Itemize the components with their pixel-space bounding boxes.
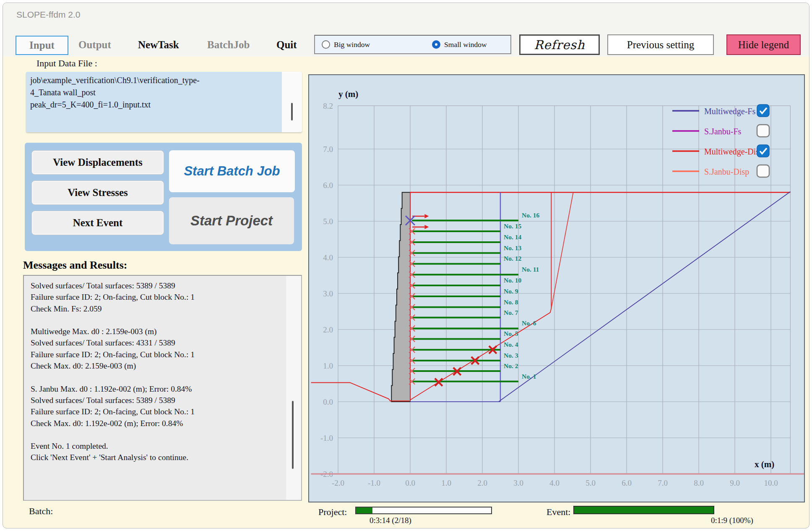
svg-text:0.0: 0.0 (323, 398, 333, 406)
radio-small-window-label: Small window (444, 40, 487, 49)
svg-text:4.0: 4.0 (323, 253, 333, 262)
svg-text:Multiwedge-Fs: Multiwedge-Fs (704, 107, 755, 116)
svg-text:0.0: 0.0 (405, 479, 415, 487)
previous-setting-button[interactable]: Previous setting (607, 34, 714, 55)
refresh-button[interactable]: Refresh (519, 34, 600, 55)
svg-text:8.2: 8.2 (323, 102, 333, 110)
radio-unselected-icon[interactable] (322, 40, 330, 49)
radio-small-window[interactable]: Small window (432, 40, 487, 49)
svg-text:10.0: 10.0 (764, 479, 778, 487)
svg-text:6.0: 6.0 (323, 181, 333, 190)
project-progress-text: 0:3:14 (2/18) (370, 516, 411, 525)
svg-text:7.0: 7.0 (323, 145, 333, 154)
messages-box[interactable]: Solved surfaces/ Total surfaces: 5389 / … (23, 275, 302, 501)
svg-text:6.0: 6.0 (622, 479, 632, 487)
svg-text:x (m): x (m) (755, 459, 774, 469)
radio-big-window[interactable]: Big window (322, 40, 370, 49)
svg-text:y (m): y (m) (338, 89, 358, 99)
legend-checkbox-unchecked[interactable] (757, 125, 769, 137)
svg-text:No. 14: No. 14 (504, 233, 521, 241)
event-progress-label: Event: (547, 507, 570, 518)
tab-output[interactable]: Output (78, 39, 111, 51)
file-scrollbar-thumb[interactable] (291, 103, 293, 120)
input-data-file-box[interactable]: job\example_verification\Ch9.1\verificat… (26, 72, 302, 132)
arrow-head-icon (424, 214, 429, 218)
svg-text:9.0: 9.0 (730, 479, 740, 487)
radio-big-window-label: Big window (334, 40, 370, 49)
svg-text:5.0: 5.0 (586, 479, 596, 487)
project-progress-fill (356, 507, 372, 513)
tab-quit[interactable]: Quit (276, 39, 297, 51)
input-data-file-label: Input Data File : (36, 58, 97, 69)
tab-input[interactable]: Input (16, 36, 68, 55)
svg-text:Multiwedge-Disp: Multiwedge-Disp (704, 147, 763, 157)
app-window: SLOPE-ffdm 2.0 Input Output NewTask Batc… (3, 3, 809, 528)
slope-chart-panel[interactable]: -2.0-1.00.01.02.03.04.05.06.07.08.09.010… (308, 74, 805, 502)
legend-checkbox-checked[interactable] (757, 105, 769, 117)
svg-text:2.0: 2.0 (323, 325, 333, 334)
hide-legend-button[interactable]: Hide legend (726, 34, 801, 55)
svg-text:S.Janbu-Disp: S.Janbu-Disp (704, 167, 749, 177)
svg-text:No. 5: No. 5 (504, 330, 518, 337)
legend-checkbox-checked[interactable] (757, 145, 769, 157)
svg-text:No. 4: No. 4 (504, 341, 518, 348)
svg-text:3.0: 3.0 (323, 289, 333, 298)
svg-text:No. 1: No. 1 (522, 373, 536, 380)
action-panel: View Displacements View Stresses Next Ev… (25, 143, 302, 251)
svg-text:No. 12: No. 12 (504, 255, 521, 262)
svg-text:No. 10: No. 10 (504, 277, 521, 284)
svg-text:No. 11: No. 11 (522, 266, 539, 273)
progress-row: Project: 0:3:14 (2/18) Event: 0:1:9 (100… (3, 503, 809, 528)
event-progress-bar (573, 506, 714, 514)
svg-text:No. 3: No. 3 (504, 352, 518, 359)
slope-chart: -2.0-1.00.01.02.03.04.05.06.07.08.09.010… (309, 75, 804, 502)
svg-text:No. 13: No. 13 (504, 244, 521, 251)
svg-text:7.0: 7.0 (658, 479, 668, 487)
multiwedge-fs-diagonal (499, 192, 791, 402)
messages-scrollbar[interactable] (286, 276, 301, 500)
svg-text:-1.0: -1.0 (320, 434, 333, 442)
svg-text:No. 15: No. 15 (504, 222, 521, 230)
project-progress-label: Project: (318, 507, 347, 518)
svg-text:No. 9: No. 9 (504, 288, 518, 295)
project-progress-bar (355, 507, 492, 514)
window-title: SLOPE-ffdm 2.0 (16, 10, 81, 20)
file-scrollbar[interactable] (282, 72, 302, 132)
event-progress-fill (574, 507, 713, 513)
radio-selected-icon[interactable] (432, 40, 440, 49)
view-displacements-button[interactable]: View Displacements (31, 150, 164, 175)
tab-newtask[interactable]: NewTask (138, 39, 179, 51)
next-event-button[interactable]: Next Event (31, 211, 164, 235)
svg-text:No. 6: No. 6 (522, 319, 536, 327)
svg-text:1.0: 1.0 (441, 479, 451, 487)
svg-text:3.0: 3.0 (513, 479, 523, 487)
svg-text:No. 16: No. 16 (522, 212, 539, 219)
svg-text:4.0: 4.0 (549, 479, 560, 487)
legend-checkbox-unchecked[interactable] (757, 165, 769, 177)
event-progress-text: 0:1:9 (100%) (711, 516, 753, 525)
svg-text:-2.0: -2.0 (332, 479, 344, 487)
svg-text:5.0: 5.0 (323, 217, 333, 226)
messages-results-label: Messages and Results: (23, 259, 127, 272)
input-data-file-path: job\example_verification\Ch9.1\verificat… (30, 74, 269, 111)
svg-text:8.0: 8.0 (694, 479, 704, 487)
arrow-head-icon (424, 225, 429, 229)
start-project-button[interactable]: Start Project (169, 197, 294, 244)
svg-text:-1.0: -1.0 (368, 479, 380, 487)
svg-text:No. 8: No. 8 (504, 298, 518, 306)
svg-text:No. 7: No. 7 (504, 309, 518, 316)
view-stresses-button[interactable]: View Stresses (31, 180, 164, 205)
svg-text:1.0: 1.0 (323, 361, 333, 370)
tab-batchjob[interactable]: BatchJob (207, 39, 250, 51)
window-size-toggle: Big window Small window (314, 35, 511, 54)
messages-text: Solved surfaces/ Total surfaces: 5389 / … (31, 280, 282, 463)
svg-text:2.0: 2.0 (477, 479, 487, 487)
start-batch-job-button[interactable]: Start Batch Job (169, 150, 295, 192)
svg-text:S.Janbu-Fs: S.Janbu-Fs (704, 127, 742, 136)
svg-text:No. 2: No. 2 (504, 362, 518, 369)
messages-scrollbar-thumb[interactable] (292, 401, 294, 469)
